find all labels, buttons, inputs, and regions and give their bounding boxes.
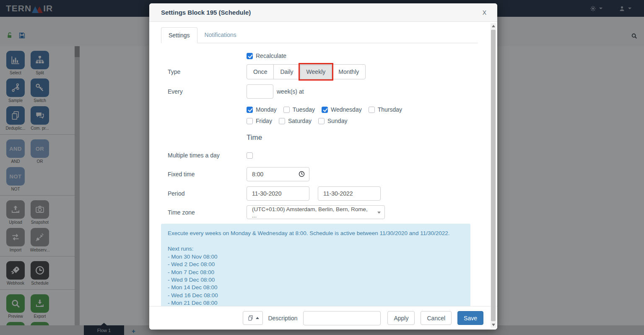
- time-zone-value: (UTC+01:00) Amsterdam, Berlin, Bern, Rom…: [252, 206, 374, 219]
- checkbox-icon: [247, 53, 253, 59]
- type-option-monthly[interactable]: Monthly: [332, 64, 366, 79]
- fixed-time-input[interactable]: [247, 167, 309, 181]
- tab-notifications[interactable]: Notifications: [197, 27, 244, 43]
- fixed-time-label: Fixed time: [161, 171, 247, 178]
- weekday-checkbox-monday[interactable]: Monday: [247, 106, 277, 113]
- weekday-checkbox-sunday[interactable]: Sunday: [318, 118, 347, 124]
- weekday-checkbox-thursday[interactable]: Thursday: [369, 106, 402, 113]
- scroll-up-icon[interactable]: [492, 25, 495, 27]
- modal-footer: Description Apply Cancel Save: [149, 306, 497, 330]
- checkbox-icon: [322, 107, 328, 113]
- weekday-checkbox-friday[interactable]: Friday: [247, 118, 272, 124]
- type-option-weekly[interactable]: Weekly: [300, 64, 332, 79]
- type-option-once[interactable]: Once: [247, 64, 274, 79]
- time-zone-label: Time zone: [161, 209, 247, 216]
- app-root: TERN IR SelectSplitSampleSwitchDeduplic.…: [0, 0, 644, 335]
- recalculate-checkbox[interactable]: Recalculate: [247, 52, 286, 59]
- chevron-down-icon: [377, 212, 381, 214]
- cancel-button[interactable]: Cancel: [421, 311, 452, 325]
- type-label: Type: [161, 68, 247, 75]
- every-label: Every: [161, 88, 247, 95]
- weekday-checkbox-wednesday[interactable]: Wednesday: [322, 106, 362, 113]
- next-run-item: - Wed 16 Dec 08:00: [168, 292, 464, 299]
- modal-title: Settings Block 195 (Schedule): [161, 9, 251, 16]
- description-input[interactable]: [303, 311, 381, 325]
- multiple-times-checkbox[interactable]: [247, 152, 253, 159]
- scrollbar-thumb[interactable]: [491, 30, 496, 321]
- type-option-daily[interactable]: Daily: [273, 64, 300, 79]
- scroll-down-icon[interactable]: [492, 324, 495, 326]
- schedule-summary-text: Execute every weeks on Monday & Wednesda…: [168, 230, 464, 237]
- close-icon[interactable]: X: [481, 8, 488, 18]
- modal-header: Settings Block 195 (Schedule) X: [149, 3, 497, 22]
- weekday-label: Wednesday: [331, 106, 362, 113]
- schedule-summary-box: Execute every weeks on Monday & Wednesda…: [161, 224, 470, 306]
- period-label: Period: [161, 190, 247, 197]
- next-run-item: - Wed 9 Dec 08:00: [168, 276, 464, 284]
- next-run-item: - Mon 21 Dec 08:00: [168, 299, 464, 306]
- checkbox-icon: [247, 118, 253, 124]
- copy-icon: [247, 314, 254, 322]
- caret-up-icon: [256, 317, 259, 319]
- copy-settings-button[interactable]: [243, 311, 263, 325]
- weekday-checkbox-group: MondayTuesdayWednesdayThursdayFridaySatu…: [247, 106, 431, 124]
- period-from-input[interactable]: [247, 186, 309, 201]
- weekday-checkbox-tuesday[interactable]: Tuesday: [283, 106, 315, 113]
- modal-content: Settings Notifications Recalculate Type …: [149, 22, 497, 306]
- weekday-label: Friday: [256, 118, 272, 124]
- recalculate-label: Recalculate: [256, 52, 286, 59]
- time-zone-select[interactable]: (UTC+01:00) Amsterdam, Berlin, Bern, Rom…: [247, 205, 385, 219]
- weekday-label: Monday: [256, 106, 277, 113]
- settings-modal: Settings Block 195 (Schedule) X Settings…: [149, 3, 497, 330]
- checkbox-icon: [279, 118, 285, 124]
- period-to-input[interactable]: [318, 186, 381, 201]
- checkbox-icon: [247, 107, 253, 113]
- weekday-label: Saturday: [288, 118, 312, 124]
- multiple-times-label: Multiple times a day: [161, 152, 247, 159]
- every-suffix: week(s) at: [277, 88, 304, 95]
- modal-scrollbar[interactable]: [491, 23, 496, 328]
- weekday-label: Thursday: [378, 106, 402, 113]
- checkbox-icon: [283, 107, 290, 113]
- next-runs-list: - Mon 30 Nov 08:00- Wed 2 Dec 08:00- Mon…: [168, 253, 464, 306]
- next-run-item: - Mon 14 Dec 08:00: [168, 284, 464, 291]
- type-button-group: OnceDailyWeeklyMonthly: [247, 64, 366, 79]
- apply-button[interactable]: Apply: [387, 311, 415, 325]
- weekday-label: Tuesday: [293, 106, 315, 113]
- next-runs-label: Next runs:: [168, 245, 464, 253]
- modal-tabs: Settings Notifications: [161, 27, 478, 43]
- save-button[interactable]: Save: [457, 311, 483, 325]
- checkbox-icon: [318, 118, 325, 124]
- next-run-item: - Wed 2 Dec 08:00: [168, 261, 464, 268]
- weekday-checkbox-saturday[interactable]: Saturday: [279, 118, 312, 124]
- every-weeks-input[interactable]: [247, 84, 273, 99]
- checkbox-icon: [369, 107, 375, 113]
- weekday-label: Sunday: [327, 118, 347, 124]
- tab-settings[interactable]: Settings: [161, 27, 197, 43]
- next-run-item: - Mon 30 Nov 08:00: [168, 253, 464, 261]
- next-run-item: - Mon 7 Dec 08:00: [168, 269, 464, 276]
- description-label: Description: [268, 315, 297, 322]
- time-section-heading: Time: [247, 133, 262, 142]
